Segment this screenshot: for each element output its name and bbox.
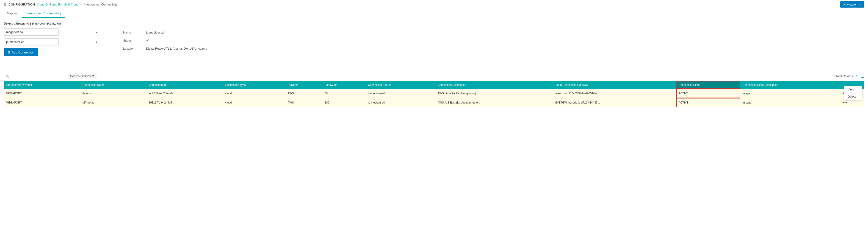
nav-button-label: Navigation (843, 3, 858, 6)
context-menu-delete[interactable]: Delete (844, 93, 862, 100)
cell-state-desc: In sync (740, 89, 840, 98)
menu-icon: ☰ (861, 74, 864, 79)
navigation-button[interactable]: Navigation ▼ (840, 1, 864, 7)
right-column: Name jb-medium-atl Status ✔ Location Dig… (123, 28, 864, 54)
total-rows-label: Total Rows: 2 (836, 75, 854, 78)
col-header-dest-type: Destination Type (223, 81, 285, 89)
gateway-section-title: Select gateway to set up connectivity on (4, 22, 864, 25)
table-row: MEGAPORTMP-demo16811f7b-9f1b-4c5...cloud… (4, 98, 864, 107)
gateway-select-2-wrapper: jb-medium-atl ▼ (4, 38, 109, 46)
info-row-name: Name jb-medium-atl (123, 31, 864, 34)
cell-conn-dest: AWS_US East (N. Virginia) (us-e... (435, 98, 552, 107)
table-wrapper: Interconnect Provider Connection Name Co… (4, 81, 864, 107)
search-options-button[interactable]: Search Options ▼ (68, 73, 97, 79)
col-header-cloud-gw: Cloud Connection Gateway (552, 81, 676, 89)
nav-arrow-icon: ▼ (859, 3, 861, 6)
search-input[interactable] (11, 75, 66, 78)
cell-bandwidth: 100 (322, 98, 366, 107)
dropdown2-arrow-icon: ▼ (95, 40, 98, 43)
cell-dest-type: cloud (223, 98, 285, 107)
status-check-icon: ✔ (146, 38, 149, 43)
context-menu-view[interactable]: View (844, 86, 862, 93)
cell-conn-id: 16811f7b-9f1b-4c5... (147, 98, 223, 107)
table-header-row: Interconnect Provider Connection Name Co… (4, 81, 864, 89)
location-label: Location (123, 47, 146, 50)
tab-interconnect-connectivity[interactable]: Interconnect Connectivity (22, 9, 65, 18)
cell-conn-source: jb-medium-atl (366, 89, 435, 98)
info-row-location: Location Digital Realty ATL1, Atlanta, G… (123, 47, 864, 50)
left-column: megaport-sa ▼ jb-medium-atl ▼ ⊕ Add Conn… (4, 28, 109, 56)
status-label: Status (123, 39, 146, 42)
config-section: ⚙ CONFIGURATION Cloud OnRamp For Multi-C… (4, 2, 840, 7)
cell-conn-id: ecfb318a-a521-4e6... (147, 89, 223, 98)
info-row-status: Status ✔ (123, 38, 864, 43)
cell-prov: AWS (285, 89, 322, 98)
add-connection-label: Add Connection (12, 51, 35, 54)
cell-provider: MEGAPORT (4, 98, 80, 107)
search-input-wrapper: 🔍 (4, 73, 68, 79)
col-header-state-desc: Connection State Description (740, 81, 840, 89)
menu-button[interactable]: ☰ (861, 74, 864, 79)
breadcrumb-current: Interconnect Connectivity (84, 3, 117, 6)
refresh-icon: ↻ (856, 74, 859, 79)
col-header-conn-name: Connection Name (80, 81, 147, 89)
table-row: MEGAPORTjbdemoecfb318a-a521-4e6...cloudA… (4, 89, 864, 98)
search-icon: 🔍 (6, 75, 9, 78)
cell-state: ACTIVE (676, 89, 740, 98)
cell-conn-name: MP-demo (80, 98, 147, 107)
main-content: Select gateway to set up connectivity on… (0, 18, 868, 111)
top-bar: ⚙ CONFIGURATION Cloud OnRamp For Multi-C… (0, 0, 868, 9)
search-options-label: Search Options (70, 75, 91, 78)
gateway-select-1-wrapper: megaport-sa ▼ (4, 28, 109, 35)
breadcrumb-separator: > (80, 3, 82, 6)
cell-conn-name: jbdemo (80, 89, 147, 98)
dropdown1-arrow-icon: ▼ (95, 31, 98, 33)
col-header-prov: Provider (285, 81, 322, 89)
search-options-arrow-icon: ▼ (92, 75, 95, 78)
name-value: jb-medium-atl (146, 31, 164, 34)
context-menu: View Delete (844, 86, 862, 100)
tabs-bar: Mapping Interconnect Connectivity (0, 9, 868, 18)
refresh-button[interactable]: ↻ (856, 74, 859, 79)
cell-prov: AWS (285, 98, 322, 107)
plus-icon: ⊕ (7, 50, 10, 54)
add-connection-button[interactable]: ⊕ Add Connection (4, 48, 38, 56)
cell-cloud-gw: mve-dxgw::315c6558-1ae8-4514-a... (552, 89, 676, 98)
search-area: 🔍 Search Options ▼ (4, 73, 97, 79)
info-table: Name jb-medium-atl Status ✔ Location Dig… (123, 31, 864, 50)
gateway-select-2[interactable]: jb-medium-atl (4, 38, 59, 46)
gear-icon: ⚙ (4, 2, 7, 7)
gateway-select-1[interactable]: megaport-sa (4, 28, 59, 35)
col-header-conn-dest: Connection Destination (435, 81, 552, 89)
cell-conn-dest: AWS_Asia Pacific (Hong Kong) ... (435, 89, 552, 98)
vertical-divider (116, 28, 116, 70)
cell-state: ACTIVE (676, 98, 740, 107)
col-header-conn-source: Connection Source (366, 81, 435, 89)
name-label: Name (123, 31, 146, 34)
col-header-bandwidth: Bandwidth (322, 81, 366, 89)
connections-table: Interconnect Provider Connection Name Co… (4, 81, 864, 107)
cell-bandwidth: 50 (322, 89, 366, 98)
col-header-conn-id: Connection Id (147, 81, 223, 89)
row-actions-button[interactable]: ••• (843, 100, 848, 105)
location-value: Digital Realty ATL1, Atlanta, GA, USA : … (146, 47, 207, 50)
breadcrumb-link[interactable]: Cloud OnRamp For Multi-Cloud (37, 3, 79, 6)
col-header-provider: Interconnect Provider (4, 81, 80, 89)
cell-provider: MEGAPORT (4, 89, 80, 98)
tab-mapping[interactable]: Mapping (4, 9, 22, 18)
col-header-state: Connection State (676, 81, 740, 89)
right-toolbar: Total Rows: 2 ↻ ☰ (836, 74, 864, 79)
cell-conn-source: jb-medium-atl (366, 98, 435, 107)
two-col-layout: megaport-sa ▼ jb-medium-atl ▼ ⊕ Add Conn… (4, 28, 864, 70)
cell-state-desc: In sync (740, 98, 840, 107)
toolbar-row: 🔍 Search Options ▼ Total Rows: 2 ↻ ☰ (4, 73, 864, 79)
cell-dest-type: cloud (223, 89, 285, 98)
config-label: CONFIGURATION (8, 3, 35, 6)
cell-cloud-gw: MVETGW::eccede3c-d710-434f-85... (552, 98, 676, 107)
